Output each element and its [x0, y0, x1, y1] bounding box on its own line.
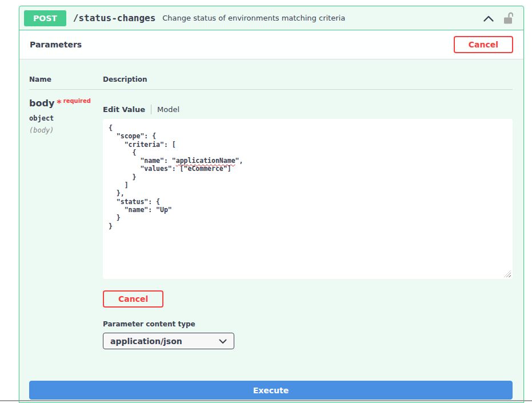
- method-badge: POST: [24, 10, 66, 26]
- content-type-selected: application/json: [110, 337, 182, 346]
- execute-button[interactable]: Execute: [29, 381, 513, 400]
- column-header-description: Description: [103, 75, 513, 83]
- column-header-name: Name: [29, 75, 103, 83]
- content-type-select[interactable]: application/json: [103, 333, 234, 349]
- misspelled-word: applicationName: [176, 157, 235, 165]
- param-name-cell: body*required object (body): [29, 98, 103, 349]
- opblock-header[interactable]: POST /status-changes Change status of en…: [19, 6, 523, 30]
- tab-model[interactable]: Model: [157, 105, 179, 114]
- body-editor[interactable]: { "scope": { "criteria": [ { "name": "ap…: [103, 119, 513, 279]
- param-in: (body): [29, 126, 103, 134]
- endpoint-path: /status-changes: [73, 13, 156, 23]
- required-label: required: [63, 98, 91, 104]
- resize-handle-icon[interactable]: [504, 270, 511, 277]
- execute-wrap: Execute: [29, 381, 513, 400]
- swagger-page: POST /status-changes Change status of en…: [0, 0, 532, 403]
- parameters-content: Name Description body*required object (b…: [19, 59, 523, 400]
- parameters-title: Parameters: [30, 40, 82, 49]
- tab-edit-value[interactable]: Edit Value: [103, 105, 145, 114]
- opblock-post: POST /status-changes Change status of en…: [19, 6, 524, 403]
- unlocked-padlock-icon[interactable]: [503, 11, 513, 25]
- parameters-section-header: Parameters Cancel: [19, 30, 523, 59]
- chevron-up-icon[interactable]: [483, 14, 494, 23]
- body-param-row: body*required object (body) Edit Value M…: [29, 90, 513, 349]
- chevron-down-icon: [219, 337, 227, 346]
- param-name: body*required: [29, 98, 103, 109]
- param-name-label: body: [29, 98, 54, 109]
- body-editor-tabs: Edit Value Model: [103, 105, 513, 114]
- endpoint-summary: Change status of environments matching c…: [162, 14, 345, 22]
- window-bottom-edge: [0, 400, 532, 401]
- content-type-label: Parameter content type: [103, 320, 513, 328]
- tab-separator: [151, 105, 151, 114]
- body-json-value[interactable]: { "scope": { "criteria": [ { "name": "ap…: [109, 124, 507, 230]
- required-star: *: [57, 98, 61, 109]
- header-icons: [483, 11, 513, 25]
- parameters-table-header: Name Description: [29, 59, 513, 90]
- cancel-operation-button[interactable]: Cancel: [454, 36, 513, 53]
- cancel-edit-button[interactable]: Cancel: [103, 290, 163, 308]
- param-description-cell: Edit Value Model { "scope": { "criteria"…: [103, 98, 513, 349]
- param-type: object: [29, 114, 103, 122]
